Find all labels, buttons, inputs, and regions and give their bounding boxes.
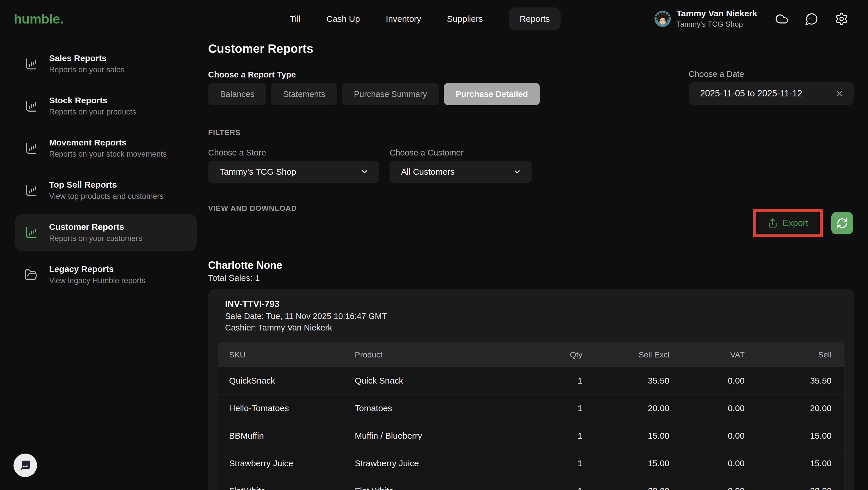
sidebar-item-subtitle: Reports on your customers bbox=[49, 234, 142, 243]
report-type-statements-button[interactable]: Statements bbox=[271, 83, 337, 105]
column-header-qty: Qty bbox=[506, 343, 595, 367]
sidebar-item-title: Legacy Reports bbox=[49, 264, 146, 274]
sidebar-item-title: Stock Reports bbox=[49, 96, 136, 105]
top-bar: humble. Till Cash Up Inventory Suppliers… bbox=[0, 0, 868, 38]
date-range-value: 2025-11-05 to 2025-11-12 bbox=[700, 88, 834, 99]
date-range-input[interactable]: 2025-11-05 to 2025-11-12 bbox=[689, 82, 854, 105]
sidebar-item-subtitle: Reports on your products bbox=[49, 107, 136, 117]
top-icons bbox=[775, 12, 848, 26]
invoice-table: SKU Product Qty Sell Excl VAT Sell Quick… bbox=[218, 343, 844, 490]
table-row: FlatWhite Flat White 1 28.00 0.00 28.00 bbox=[218, 477, 844, 490]
divider bbox=[208, 122, 854, 122]
cell-sku: FlatWhite bbox=[218, 477, 344, 490]
report-type-purchase-summary-button[interactable]: Purchase Summary bbox=[342, 83, 439, 105]
cell-vat: 0.00 bbox=[682, 394, 757, 422]
table-row: Strawberry Juice Strawberry Juice 1 15.0… bbox=[218, 450, 844, 477]
cell-product: Quick Snack bbox=[344, 367, 506, 394]
cell-sell-excl: 35.50 bbox=[595, 367, 682, 394]
customer-select[interactable]: All Customers bbox=[390, 161, 532, 183]
avatar[interactable] bbox=[654, 11, 671, 27]
sidebar-item-customer-reports[interactable]: Customer Reports Reports on your custome… bbox=[15, 214, 197, 251]
sidebar-item-title: Top Sell Reports bbox=[49, 180, 164, 189]
cell-product: Tomatoes bbox=[344, 394, 506, 422]
support-chat-launcher[interactable] bbox=[13, 454, 37, 477]
cell-sell: 15.00 bbox=[757, 450, 844, 477]
cell-vat: 0.00 bbox=[682, 422, 757, 450]
bar-chart-icon bbox=[24, 57, 38, 71]
intercom-chat-icon bbox=[19, 459, 32, 471]
cell-qty: 1 bbox=[506, 394, 595, 422]
export-button[interactable]: Export bbox=[758, 213, 818, 233]
cell-sku: BBMuffin bbox=[218, 422, 344, 450]
cell-product: Flat White bbox=[344, 477, 506, 490]
nav-item-till[interactable]: Till bbox=[290, 14, 301, 24]
cell-product: Muffin / Blueberry bbox=[344, 422, 506, 450]
sidebar-item-title: Customer Reports bbox=[49, 222, 142, 231]
cell-sell-excl: 20.00 bbox=[595, 394, 682, 422]
cell-sell-excl: 28.00 bbox=[595, 477, 682, 490]
avatar-image bbox=[654, 11, 671, 27]
report-type-balances-button[interactable]: Balances bbox=[208, 83, 267, 105]
sidebar-item-subtitle: View legacy Humble reports bbox=[49, 276, 146, 285]
filters-heading: FILTERS bbox=[208, 128, 854, 137]
report-type-purchase-detailed-button[interactable]: Purchase Detailed bbox=[444, 83, 540, 105]
invoice-header: INV-TTVI-793 Sale Date: Tue, 11 Nov 2025… bbox=[225, 299, 844, 332]
highlight-annotation-box: Export bbox=[753, 209, 823, 237]
nav-item-inventory[interactable]: Inventory bbox=[386, 14, 421, 24]
sidebar-item-sales-reports[interactable]: Sales Reports Reports on your sales bbox=[0, 43, 207, 85]
cell-qty: 1 bbox=[506, 422, 595, 450]
invoice-sale-date: Sale Date: Tue, 11 Nov 2025 10:16:47 GMT bbox=[225, 312, 844, 321]
cell-qty: 1 bbox=[506, 367, 595, 394]
cell-sku: QuickSnack bbox=[218, 367, 344, 394]
sidebar-item-subtitle: View top products and customers bbox=[49, 192, 164, 201]
cell-sell-excl: 15.00 bbox=[595, 422, 682, 450]
table-header-row: SKU Product Qty Sell Excl VAT Sell bbox=[218, 343, 844, 367]
user-name: Tammy Van Niekerk bbox=[677, 9, 757, 18]
date-label: Choose a Date bbox=[689, 70, 854, 78]
page-title: Customer Reports bbox=[208, 42, 854, 55]
invoice-cashier: Cashier: Tammy Van Niekerk bbox=[225, 323, 844, 332]
customer-select-value: All Customers bbox=[401, 167, 513, 177]
column-header-vat: VAT bbox=[682, 343, 757, 367]
sidebar-item-legacy-reports[interactable]: Legacy Reports View legacy Humble report… bbox=[0, 254, 207, 296]
chevron-down-icon bbox=[513, 167, 522, 176]
cell-vat: 0.00 bbox=[682, 477, 757, 490]
cell-sku: Strawberry Juice bbox=[218, 450, 344, 477]
customer-filter-label: Choose a Customer bbox=[390, 148, 464, 157]
sidebar-item-title: Movement Reports bbox=[49, 138, 167, 147]
close-icon[interactable] bbox=[834, 89, 844, 98]
nav-item-cash-up[interactable]: Cash Up bbox=[327, 14, 360, 24]
store-filter-label: Choose a Store bbox=[208, 148, 266, 157]
view-and-download-section: VIEW AND DOWNLOAD Export bbox=[208, 197, 854, 260]
column-header-product: Product bbox=[344, 343, 506, 367]
chevron-down-icon bbox=[360, 167, 369, 176]
filter-labels: Choose a Store Choose a Customer bbox=[208, 148, 854, 157]
cell-sell: 15.00 bbox=[757, 422, 844, 450]
nav-item-reports[interactable]: Reports bbox=[508, 7, 561, 30]
gear-icon[interactable] bbox=[835, 12, 848, 26]
sidebar-item-subtitle: Reports on your sales bbox=[49, 65, 125, 74]
bar-chart-icon bbox=[24, 184, 38, 197]
sidebar-item-top-sell-reports[interactable]: Top Sell Reports View top products and c… bbox=[0, 169, 207, 211]
cell-sell: 28.00 bbox=[757, 477, 844, 490]
column-header-sell-excl: Sell Excl bbox=[595, 343, 682, 367]
folder-icon bbox=[24, 268, 38, 282]
cloud-icon[interactable] bbox=[775, 12, 789, 26]
cell-sell: 20.00 bbox=[757, 394, 844, 422]
table-row: BBMuffin Muffin / Blueberry 1 15.00 0.00… bbox=[218, 422, 844, 450]
chat-icon[interactable] bbox=[805, 12, 818, 26]
sidebar-item-movement-reports[interactable]: Movement Reports Reports on your stock m… bbox=[0, 127, 207, 169]
store-select[interactable]: Tammy's TCG Shop bbox=[208, 161, 379, 183]
table-row: QuickSnack Quick Snack 1 35.50 0.00 35.5… bbox=[218, 367, 844, 394]
humble-logo: humble. bbox=[14, 11, 63, 27]
total-sales: Total Sales: 1 bbox=[208, 273, 854, 283]
user-cluster[interactable]: Tammy Van Niekerk Tammy's TCG Shop bbox=[654, 0, 848, 38]
export-button-label: Export bbox=[782, 218, 808, 228]
nav-item-suppliers[interactable]: Suppliers bbox=[447, 14, 483, 24]
column-header-sku: SKU bbox=[218, 343, 344, 367]
refresh-button[interactable] bbox=[831, 212, 853, 234]
main-nav: Till Cash Up Inventory Suppliers Reports bbox=[290, 0, 561, 38]
invoice-card: INV-TTVI-793 Sale Date: Tue, 11 Nov 2025… bbox=[208, 289, 854, 490]
sidebar-item-subtitle: Reports on your stock movements bbox=[49, 150, 167, 159]
sidebar-item-stock-reports[interactable]: Stock Reports Reports on your products bbox=[0, 85, 207, 127]
